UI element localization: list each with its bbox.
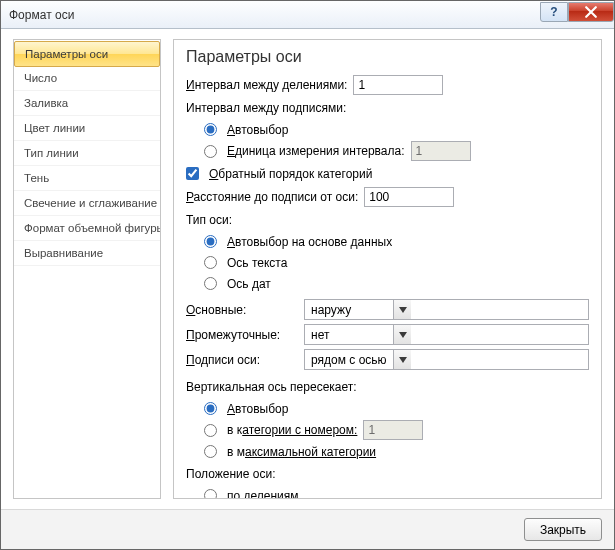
sidebar-item-axis-options[interactable]: Параметры оси (14, 41, 160, 67)
row-position-header: Положение оси: (186, 463, 589, 484)
combo-major-ticks[interactable]: наружу (304, 299, 589, 320)
checkbox-reverse-order[interactable] (186, 167, 199, 180)
label-crosses: Вертикальная ось пересекает: (186, 380, 357, 394)
radio-position-on[interactable] (204, 489, 217, 499)
row-interval-ticks: Интервал между делениями: (186, 74, 589, 95)
combo-minor-ticks[interactable]: нет (304, 324, 589, 345)
row-axis-type-auto: Автовыбор на основе данных (186, 232, 589, 251)
combo-minor-value: нет (305, 325, 393, 344)
row-crosses-max: в максимальной категории (186, 442, 589, 461)
row-axis-type-date: Ось дат (186, 274, 589, 293)
sidebar-item-shadow[interactable]: Тень (14, 166, 160, 191)
chevron-down-icon (393, 325, 411, 344)
label-axis-type-auto: Автовыбор на основе данных (227, 235, 392, 249)
label-interval-ticks: Интервал между делениями: (186, 78, 347, 92)
sidebar-item-glow[interactable]: Свечение и сглаживание (14, 191, 160, 216)
label-crosses-auto: Автовыбор (227, 402, 288, 416)
close-button[interactable]: Закрыть (524, 518, 602, 541)
category-sidebar: Параметры оси Число Заливка Цвет линии Т… (13, 39, 161, 499)
radio-crosses-max[interactable] (204, 445, 217, 458)
row-label-distance: Расстояние до подписи от оси: (186, 186, 589, 207)
row-crosses-category: в категории с номером: (186, 420, 589, 440)
window-title: Формат оси (9, 8, 540, 22)
label-crosses-max: в максимальной категории (227, 445, 376, 459)
radio-axis-type-text[interactable] (204, 256, 217, 269)
radio-axis-type-date[interactable] (204, 277, 217, 290)
help-button[interactable]: ? (540, 2, 568, 22)
radio-axis-type-auto[interactable] (204, 235, 217, 248)
label-axis-type-date: Ось дат (227, 277, 271, 291)
chevron-down-icon (393, 300, 411, 319)
sidebar-item-number[interactable]: Число (14, 66, 160, 91)
row-axis-type-text: Ось текста (186, 253, 589, 272)
panel-heading: Параметры оси (186, 48, 589, 66)
radio-crosses-category[interactable] (204, 424, 217, 437)
input-interval-ticks[interactable] (353, 75, 443, 95)
axis-options-panel: Параметры оси Интервал между делениями: … (173, 39, 602, 499)
radio-interval-auto[interactable] (204, 123, 217, 136)
label-position: Положение оси: (186, 467, 275, 481)
combo-major-value: наружу (305, 300, 393, 319)
label-crosses-category: в категории с номером: (227, 423, 357, 437)
close-window-button[interactable] (568, 2, 614, 22)
close-icon (585, 6, 597, 18)
input-label-distance[interactable] (364, 187, 454, 207)
label-major-ticks: Основные: (186, 303, 304, 317)
row-crosses-auto: Автовыбор (186, 399, 589, 418)
row-crosses-header: Вертикальная ось пересекает: (186, 376, 589, 397)
input-interval-unit[interactable] (411, 141, 471, 161)
sidebar-item-line-type[interactable]: Тип линии (14, 141, 160, 166)
sidebar-item-line-color[interactable]: Цвет линии (14, 116, 160, 141)
label-axis-type-text: Ось текста (227, 256, 287, 270)
row-interval-unit: Единица измерения интервала: (186, 141, 589, 161)
radio-interval-unit[interactable] (204, 145, 217, 158)
label-axis-labels: Подписи оси: (186, 353, 304, 367)
label-minor-ticks: Промежуточные: (186, 328, 304, 342)
label-axis-type: Тип оси: (186, 213, 232, 227)
label-position-on: по делениям (227, 489, 299, 500)
sidebar-item-alignment[interactable]: Выравнивание (14, 241, 160, 266)
sidebar-item-3d-format[interactable]: Формат объемной фигуры (14, 216, 160, 241)
label-interval-labels: Интервал между подписями: (186, 101, 346, 115)
input-crosses-category[interactable] (363, 420, 423, 440)
titlebar: Формат оси ? (1, 1, 614, 29)
combo-axis-labels[interactable]: рядом с осью (304, 349, 589, 370)
dialog-footer: Закрыть (1, 509, 614, 549)
label-interval-auto: Автовыбор (227, 123, 288, 137)
dialog-format-axis: Формат оси ? Параметры оси Число Заливка… (0, 0, 615, 550)
label-label-distance: Расстояние до подписи от оси: (186, 190, 358, 204)
combo-labels-value: рядом с осью (305, 350, 393, 369)
chevron-down-icon (393, 350, 411, 369)
radio-crosses-auto[interactable] (204, 402, 217, 415)
label-interval-unit: Единица измерения интервала: (227, 144, 405, 158)
sidebar-item-fill[interactable]: Заливка (14, 91, 160, 116)
row-interval-auto: Автовыбор (186, 120, 589, 139)
row-interval-labels-header: Интервал между подписями: (186, 97, 589, 118)
row-axis-type-header: Тип оси: (186, 209, 589, 230)
label-reverse-order: Обратный порядок категорий (209, 167, 372, 181)
row-position-on: по делениям (186, 486, 589, 499)
row-reverse-order: Обратный порядок категорий (186, 163, 589, 184)
